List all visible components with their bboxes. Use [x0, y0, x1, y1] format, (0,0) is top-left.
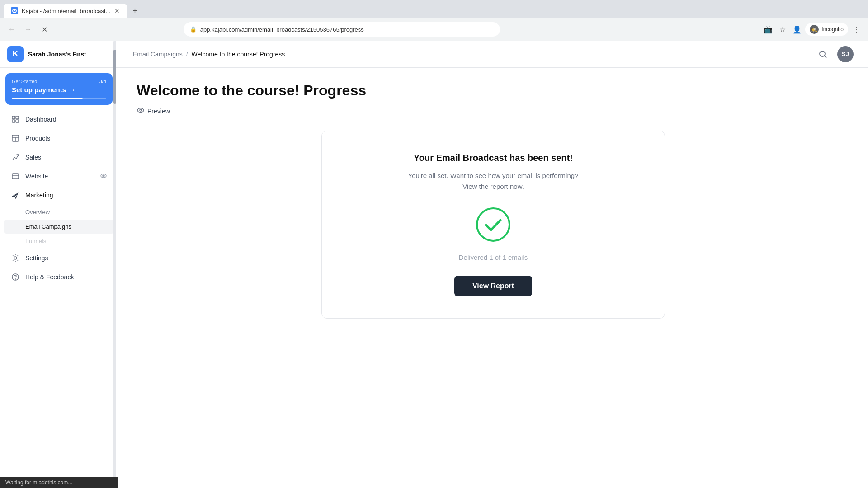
nav-bar: ← → ✕ 🔒 app.kajabi.com/admin/email_broad…: [0, 18, 868, 41]
svg-point-21: [140, 109, 142, 111]
success-icon: [475, 206, 511, 243]
email-campaigns-label: Email Campaigns: [25, 223, 71, 230]
help-label: Help & Feedback: [25, 273, 74, 281]
site-name: Sarah Jonas's First: [28, 51, 86, 58]
status-text: Waiting for m.addthis.com...: [5, 479, 72, 486]
incognito-button[interactable]: 🕵 Incognito: [805, 23, 848, 36]
sidebar-sub-funnels[interactable]: Funnels: [4, 234, 114, 248]
view-report-button[interactable]: View Report: [454, 276, 532, 296]
new-tab-button[interactable]: +: [129, 5, 142, 17]
svg-point-15: [14, 257, 17, 259]
sidebar-item-website[interactable]: Website: [4, 167, 114, 185]
onboarding-bar-fill: [12, 98, 83, 99]
svg-rect-10: [12, 174, 19, 179]
dashboard-icon: [11, 115, 20, 124]
products-label: Products: [25, 135, 50, 142]
svg-point-20: [137, 108, 144, 113]
sidebar-item-dashboard[interactable]: Dashboard: [4, 110, 114, 128]
website-label: Website: [25, 173, 48, 180]
address-text: app.kajabi.com/admin/email_broadcasts/21…: [200, 26, 364, 33]
sidebar-scroll: Get Started 3/4 Set up payments → Dashbo…: [0, 68, 118, 488]
products-icon: [11, 134, 20, 143]
breadcrumb: Email Campaigns / Welcome to the course!…: [133, 51, 285, 58]
menu-button[interactable]: ⋮: [850, 23, 863, 36]
onboarding-bar: [12, 98, 106, 99]
tab-bar: Kajabi - /admin/email_broadcast... ✕ +: [0, 0, 868, 18]
top-bar-actions: SJ: [816, 46, 854, 62]
sidebar: K Sarah Jonas's First Get Started 3/4 Se…: [0, 41, 118, 488]
nav-extras: 📺 ☆ 👤 🕵 Incognito ⋮: [762, 23, 863, 36]
app-container: K Sarah Jonas's First Get Started 3/4 Se…: [0, 41, 868, 488]
back-button[interactable]: ←: [5, 23, 18, 36]
overview-label: Overview: [25, 209, 50, 216]
broadcast-card: Your Email Broadcast has been sent! You'…: [321, 131, 665, 319]
broadcast-card-desc: You're all set. Want to see how your ema…: [336, 170, 650, 192]
onboarding-label: Get Started: [12, 79, 37, 84]
website-icon: [11, 172, 20, 181]
dashboard-label: Dashboard: [25, 116, 57, 123]
svg-rect-5: [16, 120, 19, 122]
sales-label: Sales: [25, 154, 41, 161]
onboarding-title: Set up payments →: [12, 86, 106, 94]
svg-rect-3: [16, 116, 19, 119]
marketing-icon: [11, 191, 20, 200]
svg-rect-2: [12, 116, 15, 119]
sidebar-item-help[interactable]: Help & Feedback: [4, 268, 114, 286]
address-bar[interactable]: 🔒 app.kajabi.com/admin/email_broadcasts/…: [184, 22, 500, 37]
profile-button[interactable]: 👤: [791, 23, 803, 36]
broadcast-desc-line1: You're all set. Want to see how your ema…: [408, 172, 579, 179]
forward-button[interactable]: →: [22, 23, 34, 36]
onboarding-top: Get Started 3/4: [12, 79, 106, 84]
broadcast-desc-line2: View the report now.: [462, 183, 524, 190]
breadcrumb-current: Welcome to the course! Progress: [192, 51, 285, 58]
svg-line-19: [825, 56, 827, 58]
onboarding-progress: 3/4: [99, 79, 106, 84]
onboarding-card[interactable]: Get Started 3/4 Set up payments →: [5, 73, 113, 105]
cast-button[interactable]: 📺: [762, 23, 774, 36]
svg-point-13: [103, 175, 104, 177]
onboarding-arrow: →: [69, 86, 75, 94]
tab-favicon: [11, 7, 18, 14]
content-area: Welcome to the course! Progress Preview …: [118, 68, 868, 488]
logo-icon: K: [7, 46, 24, 62]
preview-label: Preview: [147, 108, 170, 115]
broadcast-card-title: Your Email Broadcast has been sent!: [336, 153, 650, 163]
settings-label: Settings: [25, 254, 48, 262]
delivered-text: Delivered 1 of 1 emails: [336, 253, 650, 261]
sidebar-item-settings[interactable]: Settings: [4, 249, 114, 267]
preview-eye-icon: [137, 106, 145, 116]
svg-rect-4: [12, 120, 15, 122]
page-title: Welcome to the course! Progress: [137, 82, 850, 99]
help-icon: [11, 272, 20, 282]
svg-point-18: [820, 51, 825, 56]
onboarding-title-text: Set up payments: [12, 86, 66, 94]
svg-point-17: [15, 279, 16, 279]
sidebar-sub-overview[interactable]: Overview: [4, 205, 114, 219]
search-button[interactable]: [816, 47, 830, 61]
reload-button[interactable]: ✕: [38, 23, 51, 36]
bookmark-button[interactable]: ☆: [776, 23, 789, 36]
sidebar-item-products[interactable]: Products: [4, 129, 114, 147]
tab-title: Kajabi - /admin/email_broadcast...: [22, 8, 111, 14]
sidebar-item-marketing[interactable]: Marketing: [4, 186, 114, 204]
preview-link[interactable]: Preview: [137, 106, 850, 116]
tab-close-button[interactable]: ✕: [114, 7, 120, 14]
incognito-label: Incognito: [821, 26, 844, 33]
sidebar-sub-email-campaigns[interactable]: Email Campaigns: [4, 220, 114, 234]
scroll-thumb: [113, 50, 116, 104]
active-tab[interactable]: Kajabi - /admin/email_broadcast... ✕: [4, 4, 127, 18]
lock-icon: 🔒: [190, 26, 197, 33]
svg-point-22: [477, 208, 509, 241]
top-bar: Email Campaigns / Welcome to the course!…: [118, 41, 868, 68]
avatar[interactable]: SJ: [837, 46, 854, 62]
breadcrumb-parent[interactable]: Email Campaigns: [133, 51, 183, 58]
sidebar-header: K Sarah Jonas's First: [0, 41, 118, 68]
settings-icon: [11, 253, 20, 263]
website-extra-icon: [100, 172, 107, 181]
sidebar-item-sales[interactable]: Sales: [4, 148, 114, 166]
marketing-label: Marketing: [25, 192, 53, 199]
main-content: Email Campaigns / Welcome to the course!…: [118, 41, 868, 488]
breadcrumb-separator: /: [186, 51, 188, 58]
funnels-label: Funnels: [25, 238, 46, 244]
incognito-icon: 🕵: [810, 25, 819, 34]
